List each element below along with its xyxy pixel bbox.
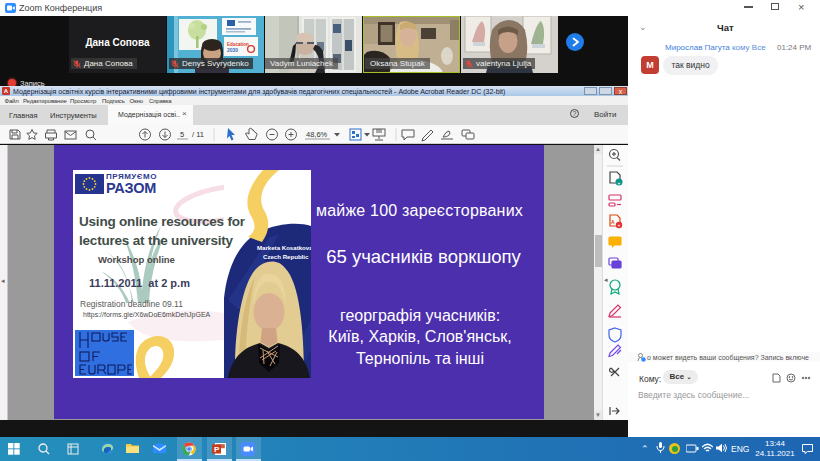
svg-text:+: + [617,180,620,186]
svg-text:2030: 2030 [227,47,238,53]
svg-text:P: P [214,445,220,454]
svg-text:Czech Republic: Czech Republic [263,253,309,260]
svg-text:5: 5 [180,130,184,139]
svg-text:A: A [611,219,615,225]
svg-text:+: + [617,222,620,228]
svg-text:48,6%: 48,6% [306,130,328,139]
svg-text:/ 11: / 11 [192,130,204,139]
